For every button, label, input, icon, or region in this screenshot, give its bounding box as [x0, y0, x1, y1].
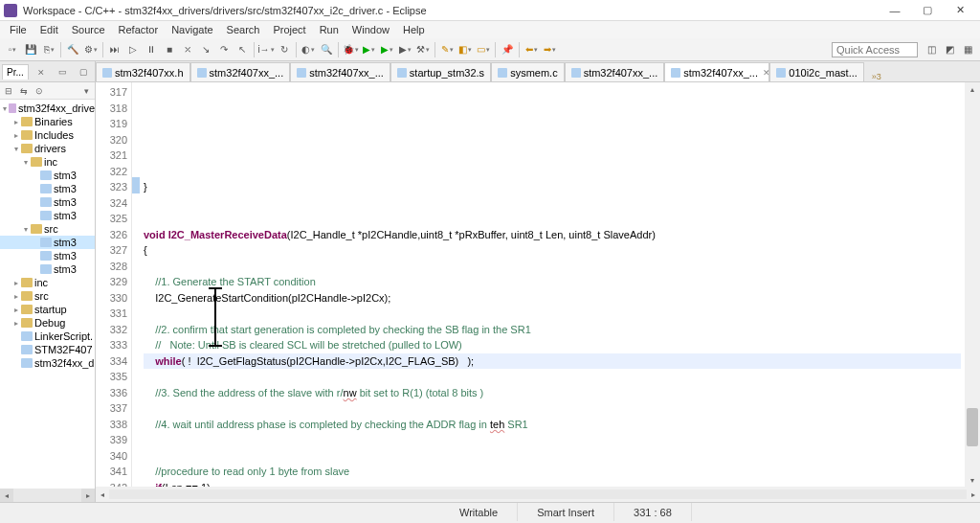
- menu-edit[interactable]: Edit: [34, 23, 64, 36]
- scroll-left-icon[interactable]: ◂: [0, 489, 13, 502]
- step-return-button[interactable]: ↖: [234, 41, 251, 58]
- code-line[interactable]: I2C_GenerateStartCondition(pI2CHandle->p…: [144, 290, 961, 307]
- maximize-button[interactable]: ▢: [911, 1, 944, 20]
- build-button[interactable]: 🔨: [64, 41, 81, 58]
- tree-item[interactable]: ▾drivers: [0, 142, 95, 155]
- minimize-button[interactable]: —: [879, 1, 911, 20]
- code-content[interactable]: } void I2C_MasterReceiveData(I2C_Handle_…: [140, 82, 965, 487]
- new-cpp-button[interactable]: ✎: [438, 41, 456, 58]
- build-config-button[interactable]: ⚙: [82, 41, 100, 58]
- tree-twisty-icon[interactable]: ▸: [11, 292, 21, 301]
- menu-project[interactable]: Project: [267, 23, 311, 36]
- code-line[interactable]: // Note: Until SB is cleared SCL will be…: [144, 337, 961, 353]
- code-line[interactable]: //1. Generate the START condition: [144, 274, 961, 290]
- tree-item[interactable]: stm32f4xx_d: [0, 356, 95, 370]
- hscroll-track[interactable]: [109, 489, 967, 499]
- tree-item[interactable]: stm3: [0, 236, 95, 249]
- scroll-up-icon[interactable]: ▴: [965, 82, 980, 96]
- code-line[interactable]: //4. wait until address phase is complet…: [144, 417, 961, 433]
- code-line[interactable]: [144, 195, 961, 212]
- tree-item[interactable]: ▾stm32f4xx_drive: [0, 102, 95, 115]
- link-editor-icon[interactable]: ⇆: [17, 84, 31, 98]
- scroll-track[interactable]: [13, 489, 81, 502]
- menu-refactor[interactable]: Refactor: [113, 23, 165, 36]
- tree-item[interactable]: stm3: [0, 262, 95, 276]
- tree-item[interactable]: LinkerScript.: [0, 330, 95, 343]
- tree-item[interactable]: ▾inc: [0, 155, 95, 169]
- save-button[interactable]: 💾: [22, 41, 39, 58]
- code-line[interactable]: {: [144, 242, 961, 259]
- editor-tab[interactable]: stm32f407xx.h: [96, 62, 190, 81]
- tree-item[interactable]: ▸Binaries: [0, 115, 95, 128]
- code-line[interactable]: [144, 306, 961, 322]
- code-line[interactable]: [144, 400, 961, 417]
- new-class-button[interactable]: ◧: [457, 41, 474, 58]
- tree-item[interactable]: stm3: [0, 209, 95, 222]
- menu-help[interactable]: Help: [397, 23, 431, 36]
- tree-item[interactable]: stm3: [0, 182, 95, 195]
- focus-icon[interactable]: ⊙: [33, 84, 46, 98]
- tree-item[interactable]: ▸Includes: [0, 128, 95, 142]
- coverage-button[interactable]: ▶: [378, 41, 395, 58]
- editor-tab[interactable]: startup_stm32.s: [390, 62, 491, 81]
- code-line[interactable]: [144, 148, 961, 164]
- tree-twisty-icon[interactable]: ▸: [11, 279, 21, 287]
- new-folder-button[interactable]: ▭: [475, 41, 492, 58]
- resume-button[interactable]: ▷: [124, 41, 142, 58]
- instruction-step-button[interactable]: i→: [257, 41, 275, 58]
- scroll-down-icon[interactable]: ▾: [965, 473, 980, 487]
- tree-item[interactable]: ▸inc: [0, 276, 95, 289]
- step-into-button[interactable]: ↘: [197, 41, 214, 58]
- menu-run[interactable]: Run: [314, 23, 345, 36]
- code-line[interactable]: [144, 132, 961, 148]
- view-menu-icon[interactable]: ⨯: [34, 65, 48, 79]
- vertical-scrollbar[interactable]: ▴ ▾: [965, 82, 980, 487]
- suspend-button[interactable]: ⏸: [143, 41, 160, 58]
- tree-twisty-icon[interactable]: ▾: [11, 145, 21, 153]
- project-tree[interactable]: ▾stm32f4xx_drive▸Binaries▸Includes▾drive…: [0, 100, 95, 489]
- code-line[interactable]: [144, 432, 961, 448]
- pin-button[interactable]: 📌: [499, 41, 516, 58]
- tree-twisty-icon[interactable]: ▾: [2, 104, 9, 113]
- code-line[interactable]: }: [144, 179, 961, 195]
- search-button[interactable]: 🔍: [318, 41, 335, 58]
- step-over-button[interactable]: ↷: [215, 41, 233, 58]
- code-line[interactable]: //procedure to read only 1 byte from sla…: [144, 464, 961, 480]
- tree-item[interactable]: stm3: [0, 249, 95, 262]
- scroll-thumb[interactable]: [967, 408, 978, 446]
- tree-item[interactable]: ▸startup: [0, 303, 95, 316]
- tree-item[interactable]: ▾src: [0, 222, 95, 236]
- debug-button[interactable]: 🐞: [342, 41, 359, 58]
- tree-twisty-icon[interactable]: ▸: [11, 131, 21, 140]
- save-all-button[interactable]: ⎘: [40, 41, 57, 58]
- tree-twisty-icon[interactable]: ▸: [11, 118, 21, 126]
- close-button[interactable]: ✕: [944, 1, 976, 20]
- skip-button[interactable]: ⏭: [106, 41, 123, 58]
- code-line[interactable]: if(Len == 1): [144, 480, 961, 488]
- run-button[interactable]: ▶: [360, 41, 377, 58]
- collapse-all-icon[interactable]: ⊟: [2, 84, 15, 98]
- view-dropdown-icon[interactable]: ▾: [79, 84, 93, 98]
- code-line[interactable]: [144, 369, 961, 385]
- tree-twisty-icon[interactable]: ▾: [21, 158, 31, 167]
- tree-item[interactable]: STM32F407: [0, 343, 95, 356]
- open-type-button[interactable]: ◐: [300, 41, 317, 58]
- tab-close-icon[interactable]: ✕: [763, 68, 769, 78]
- menu-source[interactable]: Source: [66, 23, 111, 36]
- code-line[interactable]: //3. Send the address of the slave with …: [144, 385, 961, 401]
- sidebar-hscroll[interactable]: ◂ ▸: [0, 489, 95, 502]
- code-line[interactable]: [144, 211, 961, 227]
- disconnect-button[interactable]: ⤫: [179, 41, 196, 58]
- profile-button[interactable]: ▶: [396, 41, 413, 58]
- editor-tab[interactable]: 010i2c_mast...: [769, 62, 864, 81]
- editor-tab[interactable]: stm32f407xx_...: [565, 62, 665, 81]
- code-line[interactable]: //2. confirm that start generation is co…: [144, 322, 961, 338]
- maximize-view-icon[interactable]: ▢: [78, 65, 91, 79]
- tree-twisty-icon[interactable]: ▸: [11, 306, 21, 314]
- back-button[interactable]: ⬅: [523, 41, 540, 58]
- menu-search[interactable]: Search: [221, 23, 266, 36]
- editor-tab[interactable]: sysmem.c: [491, 62, 565, 81]
- code-line[interactable]: while( ! I2C_GetFlagStatus(pI2CHandle->p…: [144, 353, 961, 370]
- tree-item[interactable]: stm3: [0, 169, 95, 182]
- minimize-view-icon[interactable]: ▭: [56, 65, 70, 79]
